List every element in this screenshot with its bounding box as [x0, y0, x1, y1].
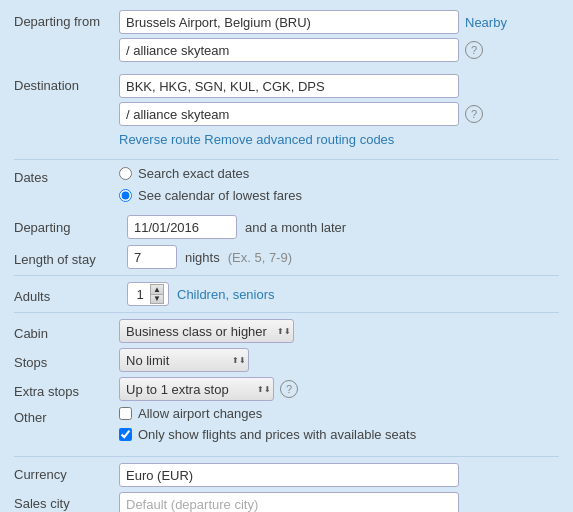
cabin-label: Cabin — [14, 322, 119, 341]
destination-alliance-row: ? — [119, 102, 559, 126]
other-options: Allow airport changes Only show flights … — [119, 406, 416, 445]
stops-select[interactable]: No limit 0 stops 1 stop 2 stops — [119, 348, 249, 372]
other-row: Other Allow airport changes Only show fl… — [14, 406, 559, 445]
dates-label: Dates — [14, 166, 119, 185]
adults-row: Adults 1 ▲ ▼ Children, seniors — [14, 282, 559, 306]
extra-stops-select-wrapper: No extra stops Up to 1 extra stop Up to … — [119, 377, 274, 401]
departing-date-input[interactable] — [127, 215, 237, 239]
stepper-up-btn[interactable]: ▲ — [150, 284, 164, 294]
calendar-radio[interactable] — [119, 189, 132, 202]
adults-section: Adults 1 ▲ ▼ Children, seniors — [14, 282, 559, 313]
destination-alliance-input[interactable] — [119, 102, 459, 126]
extra-stops-help-icon[interactable]: ? — [280, 380, 298, 398]
and-later-label: and a month later — [245, 220, 346, 235]
show-flights-checkbox[interactable] — [119, 428, 132, 441]
destination-help-icon[interactable]: ? — [465, 105, 483, 123]
stepper-buttons: ▲ ▼ — [150, 284, 164, 304]
divider-1 — [14, 159, 559, 160]
stops-select-wrapper: No limit 0 stops 1 stop 2 stops — [119, 348, 249, 372]
calendar-radio-row: See calendar of lowest fares — [119, 188, 559, 203]
stops-row: Stops No limit 0 stops 1 stop 2 stops — [14, 348, 559, 372]
adults-value: 1 — [132, 287, 148, 302]
adults-label: Adults — [14, 285, 119, 304]
sales-city-label: Sales city — [14, 492, 119, 511]
departing-alliance-input[interactable] — [119, 38, 459, 62]
currency-section: Currency Sales city — [14, 463, 559, 512]
dates-row: Dates Search exact dates See calendar of… — [14, 166, 559, 212]
other-label: Other — [14, 406, 119, 425]
exact-dates-label: Search exact dates — [138, 166, 249, 181]
departing-from-main-row: Nearby — [119, 10, 559, 34]
nights-label: nights — [185, 250, 220, 265]
stops-label: Stops — [14, 351, 119, 370]
extra-stops-label: Extra stops — [14, 380, 119, 399]
departing-alliance-row: ? — [119, 38, 559, 62]
route-links: Reverse route Remove advanced routing co… — [119, 132, 559, 147]
destination-input[interactable] — [119, 74, 459, 98]
extra-stops-row: Extra stops No extra stops Up to 1 extra… — [14, 377, 559, 401]
departing-help-icon[interactable]: ? — [465, 41, 483, 59]
departing-from-row: Departing from Nearby ? — [14, 10, 559, 68]
remove-advanced-link[interactable]: Remove advanced routing codes — [204, 132, 394, 147]
dates-section: Dates Search exact dates See calendar of… — [14, 166, 559, 276]
cabin-row: Cabin Economy class Premium economy Busi… — [14, 319, 559, 343]
airport-changes-checkbox[interactable] — [119, 407, 132, 420]
adults-stepper[interactable]: 1 ▲ ▼ — [127, 282, 169, 306]
children-link[interactable]: Children, seniors — [177, 287, 275, 302]
departing-from-inputs: Nearby ? — [119, 10, 559, 62]
extra-stops-select[interactable]: No extra stops Up to 1 extra stop Up to … — [119, 377, 274, 401]
departing-label: Departing — [14, 220, 119, 235]
currency-row: Currency — [14, 463, 559, 487]
airport-changes-row: Allow airport changes — [119, 406, 416, 421]
reverse-route-link[interactable]: Reverse route — [119, 132, 201, 147]
currency-input[interactable] — [119, 463, 459, 487]
sales-city-input[interactable] — [119, 492, 459, 512]
departing-from-input[interactable] — [119, 10, 459, 34]
show-flights-row: Only show flights and prices with availa… — [119, 427, 416, 442]
show-flights-label: Only show flights and prices with availa… — [138, 427, 416, 442]
cabin-select-wrapper: Economy class Premium economy Business c… — [119, 319, 294, 343]
exact-dates-radio[interactable] — [119, 167, 132, 180]
ex-label: (Ex. 5, 7-9) — [228, 250, 292, 265]
nearby-link[interactable]: Nearby — [465, 15, 507, 30]
destination-label: Destination — [14, 74, 119, 93]
main-form: Departing from Nearby ? Destination ? Re — [0, 0, 573, 512]
length-of-stay-label: Length of stay — [14, 248, 119, 267]
destination-row: Destination ? Reverse route Remove advan… — [14, 74, 559, 153]
stepper-down-btn[interactable]: ▼ — [150, 294, 164, 304]
stay-input[interactable] — [127, 245, 177, 269]
destination-main-row — [119, 74, 559, 98]
airport-changes-label: Allow airport changes — [138, 406, 262, 421]
currency-label: Currency — [14, 463, 119, 482]
dates-inputs: Search exact dates See calendar of lowes… — [119, 166, 559, 206]
options-section: Cabin Economy class Premium economy Busi… — [14, 319, 559, 457]
sales-city-row: Sales city — [14, 492, 559, 512]
destination-inputs: ? Reverse route Remove advanced routing … — [119, 74, 559, 147]
exact-dates-radio-row: Search exact dates — [119, 166, 559, 181]
other-inner: Other Allow airport changes Only show fl… — [14, 406, 416, 445]
departing-date-row: Departing and a month later — [14, 215, 559, 239]
calendar-label: See calendar of lowest fares — [138, 188, 302, 203]
departing-from-label: Departing from — [14, 10, 119, 29]
cabin-select[interactable]: Economy class Premium economy Business c… — [119, 319, 294, 343]
length-of-stay-row: Length of stay nights (Ex. 5, 7-9) — [14, 245, 559, 269]
